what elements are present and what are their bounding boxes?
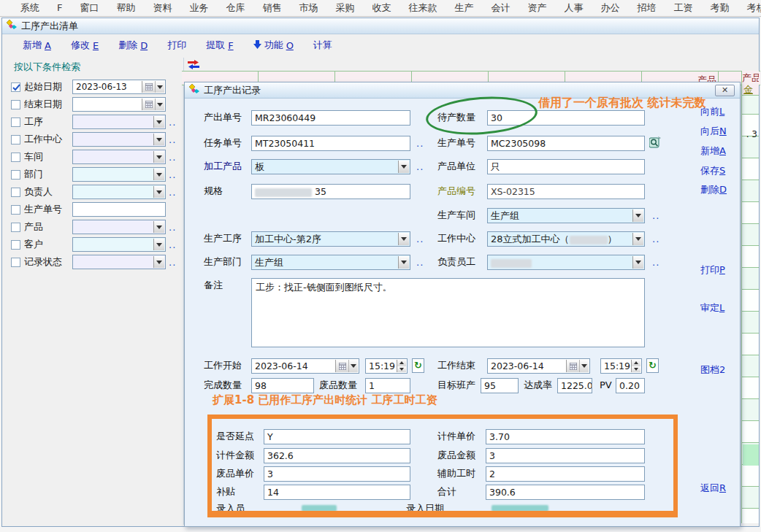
dropdown-arrow-icon[interactable] [398,233,409,245]
menu-item-business[interactable]: 业务 [180,0,217,16]
piece-price-input[interactable]: 3.70 [486,429,645,444]
dropdown-arrow-icon[interactable] [153,151,164,163]
customer-combo[interactable] [72,237,166,252]
more-button[interactable]: .. [416,161,424,174]
end-date-checkbox[interactable] [11,100,20,109]
workshop-checkbox[interactable] [11,153,20,162]
dropdown-arrow-icon[interactable] [398,256,409,269]
prod-order-no-input[interactable]: MC2305098 [487,136,645,151]
dropdown-arrow-icon[interactable] [632,209,643,222]
calendar-icon[interactable] [142,99,155,110]
scrap-qty-input[interactable]: 1 [365,378,410,393]
leader-combo[interactable] [72,185,166,199]
more-button[interactable]: .. [652,257,659,270]
work-end-time[interactable]: 15:19 [600,358,642,374]
more-button[interactable]: .. [169,187,176,198]
process-checkbox[interactable] [11,117,20,127]
menu-item-production[interactable]: 生产 [445,0,482,16]
menu-item-purchase[interactable]: 采购 [326,0,363,16]
toolbar-edit-link[interactable]: 修改E [71,39,99,52]
menu-item-data[interactable]: 资料 [144,0,180,16]
task-no-input[interactable]: MT23050411 [251,136,410,151]
menu-item-appraisal[interactable]: 考核 [738,0,761,16]
swap-icon[interactable] [188,59,199,72]
delete-button[interactable]: 删除D [700,183,727,196]
menu-item-office[interactable]: 办公 [592,0,628,16]
workshop-combo[interactable] [72,150,166,164]
end-date-input[interactable] [72,97,166,112]
dropdown-arrow-icon[interactable] [579,360,589,372]
more-button[interactable]: .. [416,138,424,151]
more-button[interactable]: .. [652,234,659,247]
employee-combo[interactable] [487,255,645,270]
menu-item-accounts[interactable]: 往来款 [399,0,445,16]
output-no-input[interactable]: MR23060449 [251,110,410,126]
dropdown-arrow-icon[interactable] [153,116,164,128]
calendar-icon[interactable] [142,81,155,93]
product-combo[interactable]: 板 [251,159,410,174]
more-button[interactable]: .. [169,134,176,145]
target-output-input[interactable]: 95 [481,378,519,393]
pv-input[interactable]: 0.20 [616,378,645,393]
record-status-combo[interactable] [72,255,166,269]
process-combo[interactable]: 加工中心-第2序 [251,231,410,247]
scrap-amount-input[interactable]: 3 [486,448,645,463]
more-button[interactable]: .. [169,117,176,128]
toolbar-print-link[interactable]: 打印 [167,39,186,52]
toolbar-calc-link[interactable]: 计算 [313,39,332,52]
dropdown-arrow-icon[interactable] [632,256,643,269]
more-button[interactable]: .. [416,234,424,247]
toolbar-extract-link[interactable]: 提取F [206,39,233,52]
overtime-input[interactable]: Y [264,429,410,444]
leader-checkbox[interactable] [11,188,20,197]
customer-checkbox[interactable] [11,240,20,250]
save-button[interactable]: 保存S [700,164,725,177]
product-unit-input[interactable]: 只 [487,159,645,174]
approve-button[interactable]: 审定L [700,301,724,315]
more-button[interactable]: .. [169,257,176,268]
subsidy-input[interactable]: 14 [264,485,410,500]
work-start-date[interactable]: 2023-06-14 [251,358,359,374]
close-button[interactable]: ✕ [715,85,735,96]
toolbar-function-link[interactable]: 功能O [253,39,294,52]
menu-item-attendance[interactable]: 考勤 [701,0,738,16]
dept-checkbox[interactable] [11,170,20,180]
pending-qty-input[interactable]: 30 [487,110,645,126]
more-button[interactable]: .. [169,222,176,233]
start-date-checkbox[interactable] [11,82,20,92]
menu-item-market[interactable]: 市场 [290,0,326,16]
menu-item-help[interactable]: 帮助 [107,0,144,16]
time-spinner[interactable] [631,360,640,372]
product-filter-combo[interactable] [72,220,166,234]
scrap-price-input[interactable]: 3 [264,466,410,482]
menu-item-payroll[interactable]: 工资 [665,0,701,16]
dropdown-arrow-icon[interactable] [153,169,164,180]
next-button[interactable]: 向后N [700,125,727,138]
dept-combo[interactable] [72,167,166,182]
work-end-date[interactable]: 2023-06-14 [487,358,590,374]
work-center-checkbox[interactable] [11,135,20,144]
menu-item-accounting[interactable]: 会计 [482,0,519,16]
product-code-input[interactable]: XS-02315 [487,184,645,199]
record-status-checkbox[interactable] [11,258,20,267]
refresh-icon[interactable]: ↻ [646,358,659,373]
doc-button[interactable]: 图档2 [700,363,725,377]
menu-item-sales[interactable]: 销售 [253,0,290,16]
menu-item-recruit[interactable]: 招培 [628,0,665,16]
menu-item-f[interactable]: F [48,0,71,16]
more-button[interactable]: .. [416,257,424,270]
dropdown-arrow-icon[interactable] [398,161,409,173]
menu-item-system[interactable]: 系统 [12,0,48,16]
more-button[interactable]: .. [169,152,176,163]
process-combo[interactable] [72,115,166,129]
spec-input[interactable]: 35 [251,184,410,199]
print-button[interactable]: 打印P [700,263,725,277]
grid-selected-cell[interactable] [743,444,759,466]
total-input[interactable]: 390.6 [486,485,645,500]
more-button[interactable]: .. [652,210,659,223]
dropdown-arrow-icon[interactable] [153,134,164,145]
menu-item-hr[interactable]: 人事 [555,0,592,16]
dropdown-arrow-icon[interactable] [348,360,358,372]
remark-textarea[interactable]: 工步：找正-铣侧面到图纸尺寸。 [251,278,645,347]
add-button[interactable]: 新增A [700,144,726,158]
